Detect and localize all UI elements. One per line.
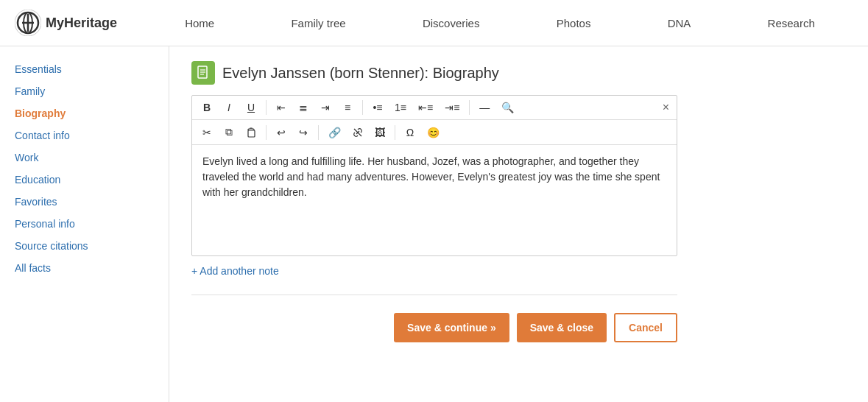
sep-4 (266, 125, 267, 140)
save-close-button[interactable]: Save & close (517, 313, 607, 342)
redo-button[interactable]: ↪ (293, 124, 314, 141)
cancel-button[interactable]: Cancel (614, 313, 677, 342)
special-chars-button[interactable]: Ω (400, 124, 420, 141)
nav-discoveries[interactable]: Discoveries (415, 17, 487, 29)
biography-editor: × B I U ⇤ ≣ ⇥ ≡ •≡ 1≡ ⇤≡ ⇥≡ — 🔍 (191, 95, 677, 256)
image-button[interactable]: 🖼 (370, 124, 390, 141)
sep-5 (318, 125, 319, 140)
save-continue-button[interactable]: Save & continue » (394, 313, 509, 342)
indent-button[interactable]: ⇥≡ (440, 99, 465, 116)
sidebar-item-biography[interactable]: Biography (0, 102, 169, 124)
numbered-list-button[interactable]: 1≡ (389, 99, 412, 116)
logo-text: MyHeritage (46, 15, 117, 31)
nav-family-tree[interactable]: Family tree (283, 17, 353, 29)
page-title-row: Evelyn Janssen (born Stenner): Biography (191, 61, 846, 85)
logo[interactable]: MyHeritage (15, 10, 117, 36)
toolbar-row-2: ✂ ⧉ ↩ ↪ 🔗 (192, 120, 677, 145)
biography-text-editor[interactable]: Evelyn lived a long and fulfilling life.… (192, 145, 677, 255)
sidebar-item-all-facts[interactable]: All facts (0, 257, 169, 279)
sidebar-item-personal-info[interactable]: Personal info (0, 213, 169, 235)
biography-content: Evelyn lived a long and fulfilling life.… (202, 155, 660, 198)
bold-button[interactable]: B (197, 99, 217, 116)
copy-button[interactable]: ⧉ (219, 123, 239, 141)
paste-button[interactable] (241, 124, 261, 141)
bullet-list-button[interactable]: •≡ (367, 99, 388, 116)
main-layout: Essentials Family Biography Contact info… (0, 46, 868, 402)
italic-button[interactable]: I (219, 99, 239, 116)
biography-icon (191, 61, 215, 85)
nav-home[interactable]: Home (177, 17, 222, 29)
search-toolbar-button[interactable]: 🔍 (496, 99, 519, 116)
page-title: Evelyn Janssen (born Stenner): Biography (222, 65, 499, 82)
sidebar: Essentials Family Biography Contact info… (0, 46, 169, 402)
nav-research[interactable]: Research (761, 17, 822, 29)
top-navigation: MyHeritage Home Family tree Discoveries … (0, 0, 868, 46)
underline-button[interactable]: U (241, 99, 261, 116)
sidebar-item-favorites[interactable]: Favorites (0, 191, 169, 213)
cut-button[interactable]: ✂ (197, 124, 217, 141)
align-left-button[interactable]: ⇤ (271, 99, 292, 116)
align-center-button[interactable]: ≣ (293, 99, 314, 116)
align-justify-button[interactable]: ≡ (337, 99, 358, 116)
add-note-link[interactable]: + Add another note (191, 265, 677, 277)
sidebar-item-essentials[interactable]: Essentials (0, 58, 169, 80)
sep-3 (469, 100, 470, 115)
undo-button[interactable]: ↩ (271, 124, 292, 141)
unlink-button[interactable] (347, 124, 368, 141)
sidebar-item-source-citations[interactable]: Source citations (0, 235, 169, 257)
content-area: Evelyn Janssen (born Stenner): Biography… (169, 46, 868, 402)
sep-1 (266, 100, 267, 115)
link-button[interactable]: 🔗 (323, 124, 346, 141)
toolbar-row-1: B I U ⇤ ≣ ⇥ ≡ •≡ 1≡ ⇤≡ ⇥≡ — 🔍 (192, 96, 677, 120)
nav-dna[interactable]: DNA (660, 17, 699, 29)
emoji-button[interactable]: 😊 (422, 124, 445, 141)
sidebar-item-education[interactable]: Education (0, 169, 169, 191)
sidebar-item-contact-info[interactable]: Contact info (0, 124, 169, 147)
sidebar-item-work[interactable]: Work (0, 147, 169, 169)
nav-photos[interactable]: Photos (549, 17, 599, 29)
nav-items: Home Family tree Discoveries Photos DNA … (147, 17, 853, 29)
sep-6 (395, 125, 395, 140)
svg-line-10 (354, 129, 361, 136)
sep-2 (362, 100, 363, 115)
hr-button[interactable]: — (474, 99, 495, 116)
action-divider (191, 295, 677, 295)
svg-rect-9 (248, 130, 255, 137)
sidebar-item-family[interactable]: Family (0, 80, 169, 102)
align-right-button[interactable]: ⇥ (315, 99, 336, 116)
close-button[interactable]: × (663, 102, 669, 113)
outdent-button[interactable]: ⇤≡ (413, 99, 438, 116)
action-buttons: Save & continue » Save & close Cancel (191, 313, 677, 342)
